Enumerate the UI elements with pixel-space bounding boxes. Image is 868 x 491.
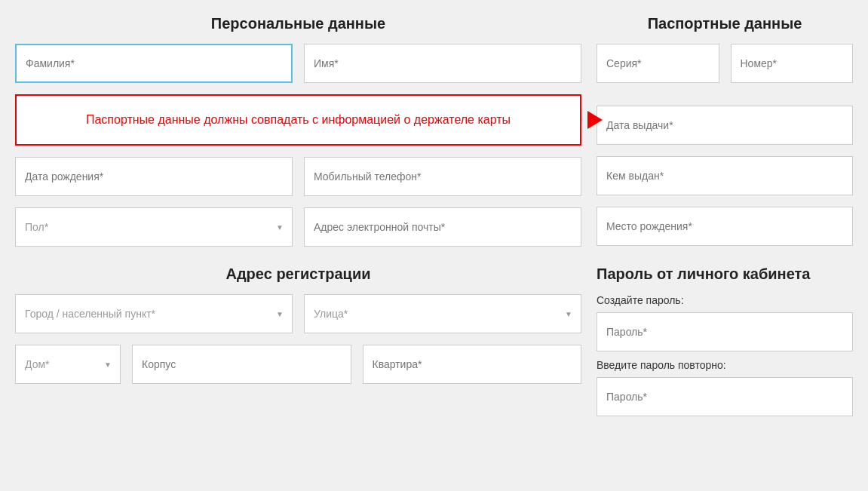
firstname-input[interactable] [304,44,581,83]
passport-title: Паспортные данные [597,15,853,32]
birthdate-input[interactable] [15,157,293,196]
email-input[interactable] [304,207,581,247]
house-select[interactable]: Дом* [15,345,121,384]
password2-input[interactable] [597,377,853,416]
issued-by-input[interactable] [597,156,853,195]
city-select-wrapper: Город / населенный пункт* [15,294,293,333]
address-title: Адрес регистрации [15,265,581,283]
house-select-wrapper: Дом* [15,345,121,384]
street-select-wrapper: Улица* [304,294,581,333]
apartment-input[interactable] [363,345,582,384]
issue-date-input[interactable] [597,106,853,145]
passport-number-input[interactable] [731,44,854,83]
city-select[interactable]: Город / населенный пункт* [15,294,293,333]
phone-input[interactable] [304,157,581,196]
birthplace-input[interactable] [597,207,853,246]
gender-select[interactable]: Пол* [15,207,293,247]
password-title: Пароль от личного кабинета [597,265,853,283]
building-input[interactable] [132,345,351,384]
gender-select-wrapper: Пол* [15,207,293,247]
passport-series-input[interactable] [597,44,719,83]
create-password-label: Создайте пароль: [597,294,853,306]
street-select[interactable]: Улица* [304,294,581,333]
lastname-input[interactable] [15,44,293,83]
passport-tooltip: Паспортные данные должны совпадать с инф… [15,94,581,146]
repeat-password-label: Введите пароль повторно: [597,359,853,371]
password1-input[interactable] [597,312,853,351]
personal-title: Персональные данные [15,15,581,32]
